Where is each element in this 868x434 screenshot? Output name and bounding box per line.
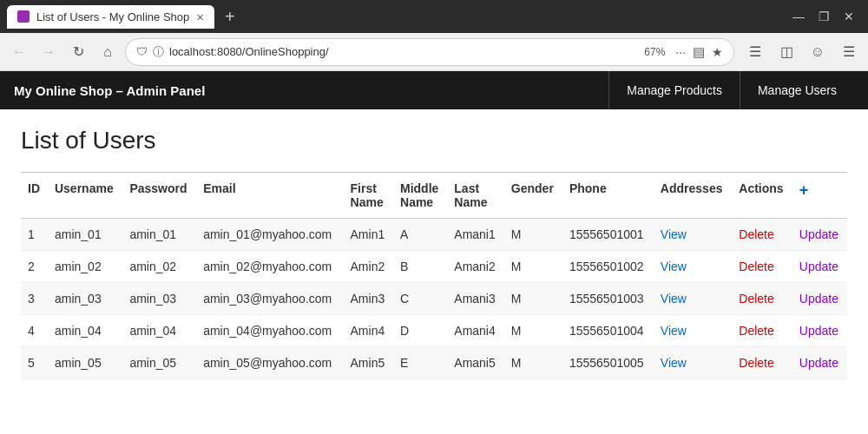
cell-actions: Delete <box>732 315 792 347</box>
cell-email: amin_01@myahoo.com <box>196 219 343 251</box>
col-phone: Phone <box>562 173 654 219</box>
cell-actions: Delete <box>732 219 792 251</box>
cell-actions: Delete <box>732 347 792 379</box>
nav-manage-products[interactable]: Manage Products <box>608 71 740 109</box>
info-icon: ⓘ <box>153 44 164 60</box>
cell-phone: 15556501002 <box>562 251 654 283</box>
cell-id: 5 <box>21 347 48 379</box>
cell-update: Update <box>792 219 847 251</box>
cell-username: amin_05 <box>48 347 122 379</box>
home-button[interactable]: ⌂ <box>95 40 120 64</box>
delete-link[interactable]: Delete <box>739 356 773 370</box>
app-nav: Manage Products Manage Users <box>608 71 854 109</box>
cell-addresses: View <box>654 283 732 315</box>
cell-middle-name: A <box>393 219 447 251</box>
view-address-link[interactable]: View <box>661 227 687 241</box>
col-email: Email <box>196 173 343 219</box>
minimize-button[interactable]: — <box>792 10 805 23</box>
table-row: 1 amin_01 amin_01 amin_01@myahoo.com Ami… <box>21 219 847 251</box>
update-link[interactable]: Update <box>799 324 838 338</box>
cell-last-name: Amani3 <box>447 283 504 315</box>
nav-manage-users[interactable]: Manage Users <box>740 71 854 109</box>
tab-title: List of Users - My Online Shop <box>36 10 189 23</box>
title-bar: List of Users - My Online Shop × + — ❐ ✕ <box>0 0 868 33</box>
col-id: ID <box>21 173 48 219</box>
table-body: 1 amin_01 amin_01 amin_01@myahoo.com Ami… <box>21 219 847 379</box>
sync-icon[interactable]: ◫ <box>774 40 799 64</box>
back-button[interactable]: ← <box>7 40 31 64</box>
view-address-link[interactable]: View <box>661 324 687 338</box>
col-username: Username <box>48 173 122 219</box>
update-link[interactable]: Update <box>799 292 838 306</box>
reader-mode-icon[interactable]: ▤ <box>693 44 705 60</box>
users-table: ID Username Password Email FirstName Mid… <box>21 172 847 379</box>
cell-password: amin_03 <box>122 283 196 315</box>
library-icon[interactable]: ☰ <box>743 40 767 64</box>
add-user-link[interactable]: + <box>799 181 809 199</box>
delete-link[interactable]: Delete <box>739 324 773 338</box>
cell-update: Update <box>792 283 847 315</box>
address-box[interactable]: 🛡 ⓘ localhost:8080/OnlineShopping/ 67% ·… <box>125 38 734 66</box>
cell-username: amin_02 <box>48 251 122 283</box>
app-title: My Online Shop – Admin Panel <box>14 83 205 98</box>
cell-password: amin_02 <box>122 251 196 283</box>
cell-username: amin_04 <box>48 315 122 347</box>
cell-last-name: Amani4 <box>447 315 504 347</box>
page-title: List of Users <box>21 127 847 155</box>
new-tab-button[interactable]: + <box>218 7 242 27</box>
account-icon[interactable]: ☺ <box>806 40 830 64</box>
cell-password: amin_04 <box>122 315 196 347</box>
cell-id: 2 <box>21 251 48 283</box>
close-button[interactable]: ✕ <box>844 10 854 23</box>
cell-first-name: Amin1 <box>344 219 393 251</box>
active-tab[interactable]: List of Users - My Online Shop × <box>7 5 214 29</box>
reload-button[interactable]: ↻ <box>66 40 90 64</box>
col-addresses: Addresses <box>654 173 732 219</box>
more-options-icon[interactable]: ··· <box>675 45 686 59</box>
view-address-link[interactable]: View <box>661 292 687 306</box>
bookmark-icon[interactable]: ★ <box>712 45 723 59</box>
cell-id: 3 <box>21 283 48 315</box>
cell-addresses: View <box>654 219 732 251</box>
cell-middle-name: E <box>393 347 447 379</box>
cell-first-name: Amin5 <box>344 347 393 379</box>
cell-middle-name: B <box>393 251 447 283</box>
view-address-link[interactable]: View <box>661 260 687 273</box>
delete-link[interactable]: Delete <box>739 260 773 273</box>
cell-addresses: View <box>654 251 732 283</box>
menu-icon[interactable]: ☰ <box>837 40 861 64</box>
col-middle-name: MiddleName <box>393 173 447 219</box>
restore-button[interactable]: ❐ <box>819 10 830 23</box>
cell-username: amin_03 <box>48 283 122 315</box>
col-password: Password <box>122 173 196 219</box>
update-link[interactable]: Update <box>799 356 838 370</box>
col-first-name: FirstName <box>344 173 393 219</box>
cell-password: amin_01 <box>122 219 196 251</box>
update-link[interactable]: Update <box>799 227 838 241</box>
cell-id: 1 <box>21 219 48 251</box>
cell-gender: M <box>504 347 562 379</box>
forward-button[interactable]: → <box>36 40 61 64</box>
table-row: 2 amin_02 amin_02 amin_02@myahoo.com Ami… <box>21 251 847 283</box>
window-controls: — ❐ ✕ <box>792 10 861 23</box>
cell-email: amin_03@myahoo.com <box>196 283 343 315</box>
cell-last-name: Amani5 <box>447 347 504 379</box>
cell-password: amin_05 <box>122 347 196 379</box>
delete-link[interactable]: Delete <box>739 227 773 241</box>
view-address-link[interactable]: View <box>661 356 687 370</box>
tab-close-button[interactable]: × <box>196 10 204 23</box>
zoom-badge[interactable]: 67% <box>639 44 670 60</box>
col-gender: Gender <box>504 173 562 219</box>
cell-first-name: Amin4 <box>344 315 393 347</box>
cell-username: amin_01 <box>48 219 122 251</box>
update-link[interactable]: Update <box>799 260 838 273</box>
cell-last-name: Amani2 <box>447 251 504 283</box>
cell-actions: Delete <box>732 283 792 315</box>
cell-phone: 15556501003 <box>562 283 654 315</box>
cell-email: amin_04@myahoo.com <box>196 315 343 347</box>
tab-favicon <box>17 10 30 23</box>
delete-link[interactable]: Delete <box>739 292 773 306</box>
address-text: localhost:8080/OnlineShopping/ <box>169 45 634 58</box>
cell-last-name: Amani1 <box>447 219 504 251</box>
cell-gender: M <box>504 251 562 283</box>
